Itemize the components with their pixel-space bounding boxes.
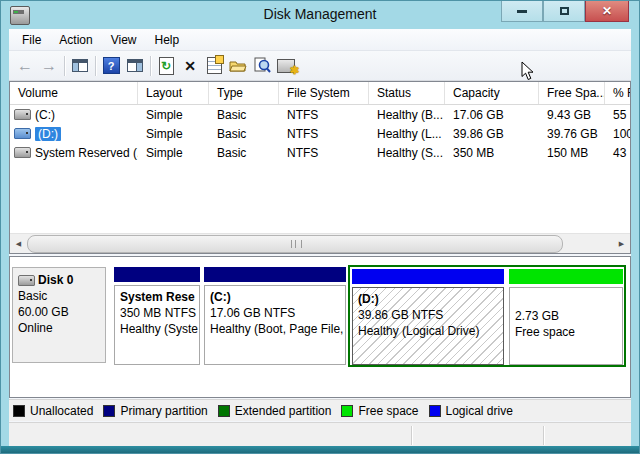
graphical-view-pane: Disk 0 Basic 60.00 GB Online System Rese…	[9, 256, 631, 398]
status-separator	[411, 426, 412, 445]
rescan-disks-icon: ✱	[277, 59, 295, 73]
partition-system-reserved[interactable]: System Rese 350 MB NTFS Healthy (Syste	[114, 267, 200, 365]
partition-size: 39.86 GB NTFS	[358, 307, 503, 323]
legend-primary-partition: Primary partition	[103, 404, 207, 418]
volume-list-pane: Volume Layout Type File System Status Ca…	[9, 81, 631, 254]
scrollbar-grip-icon	[291, 240, 302, 248]
back-button[interactable]: ←	[13, 54, 37, 78]
col-layout[interactable]: Layout	[138, 82, 209, 104]
toolbar-separator	[95, 56, 96, 76]
partition-d-selected[interactable]: (D:) 39.86 GB NTFS Healthy (Logical Driv…	[352, 269, 504, 365]
primary-partition-bar	[114, 267, 200, 282]
window-bottom-border	[1, 446, 639, 453]
caption-buttons: ✕	[501, 1, 629, 22]
volume-icon	[14, 109, 31, 120]
extended-partition-container: (D:) 39.86 GB NTFS Healthy (Logical Driv…	[348, 265, 626, 367]
action-pane-icon	[127, 59, 143, 72]
unallocated-swatch-icon	[13, 405, 25, 417]
table-row-c[interactable]: (C:) Simple Basic NTFS Healthy (B... 17.…	[10, 105, 630, 124]
logical-drive-bar	[352, 269, 504, 284]
scroll-right-button[interactable]: ▶	[613, 234, 630, 253]
close-icon: ✕	[602, 5, 612, 17]
col-free-space[interactable]: Free Spa...	[539, 82, 605, 104]
properties-icon	[207, 57, 222, 74]
forward-button[interactable]: →	[37, 54, 61, 78]
table-row-d-selected[interactable]: (D:) Simple Basic NTFS Healthy (L... 39.…	[10, 124, 630, 143]
partition-name: System Rese	[120, 289, 199, 305]
table-row-system-reserved[interactable]: System Reserved (... Simple Basic NTFS H…	[10, 143, 630, 162]
maximize-icon	[560, 7, 569, 15]
scroll-left-button[interactable]: ◀	[10, 234, 27, 253]
legend-bar: Unallocated Primary partition Extended p…	[9, 399, 631, 421]
refresh-button[interactable]: ↻	[154, 54, 178, 78]
primary-partition-swatch-icon	[103, 405, 115, 417]
menu-help[interactable]: Help	[146, 30, 189, 50]
disk-icon	[18, 275, 35, 286]
forward-icon: →	[41, 58, 57, 74]
console-tree-icon	[72, 59, 88, 72]
free-space-size: 2.73 GB	[515, 308, 622, 324]
col-capacity[interactable]: Capacity	[445, 82, 539, 104]
extended-partition-swatch-icon	[218, 405, 230, 417]
zoom-button[interactable]	[250, 54, 274, 78]
volume-icon	[14, 147, 31, 158]
delete-icon: ✕	[184, 59, 196, 73]
col-pct-free[interactable]: % Fr	[605, 82, 630, 104]
status-bar	[9, 422, 631, 448]
toolbar: ← → ? ↻ ✕	[9, 51, 631, 81]
col-volume[interactable]: Volume	[10, 82, 138, 104]
toolbar-separator	[64, 56, 65, 76]
delete-button[interactable]: ✕	[178, 54, 202, 78]
disk0-row: Disk 0 Basic 60.00 GB Online System Rese…	[10, 267, 630, 365]
selected-volume-label: (D:)	[35, 127, 61, 141]
volume-table-header: Volume Layout Type File System Status Ca…	[10, 82, 630, 105]
disk0-info-panel[interactable]: Disk 0 Basic 60.00 GB Online	[12, 267, 106, 363]
legend-free-space: Free space	[341, 404, 418, 418]
zoom-icon	[254, 57, 271, 74]
col-file-system[interactable]: File System	[279, 82, 369, 104]
partition-name: (D:)	[358, 291, 503, 307]
primary-partition-bar	[204, 267, 346, 282]
volume-icon	[14, 128, 31, 139]
horizontal-scrollbar[interactable]: ◀ ▶	[10, 233, 630, 253]
partition-status: Healthy (Syste	[120, 321, 199, 337]
maximize-button[interactable]	[543, 1, 585, 22]
partition-c[interactable]: (C:) 17.06 GB NTFS Healthy (Boot, Page F…	[204, 267, 346, 365]
partition-status: Healthy (Logical Drive)	[358, 323, 503, 339]
col-status[interactable]: Status	[369, 82, 445, 104]
menu-file[interactable]: File	[13, 30, 50, 50]
show-console-tree-button[interactable]	[68, 54, 92, 78]
logical-drive-swatch-icon	[429, 405, 441, 417]
scrollbar-thumb[interactable]	[27, 235, 563, 253]
menu-action[interactable]: Action	[50, 30, 101, 50]
back-icon: ←	[17, 58, 33, 74]
partition-free-space[interactable]: 2.73 GB Free space	[509, 269, 623, 365]
disk-name: Disk 0	[38, 272, 73, 288]
menu-bar: File Action View Help	[9, 29, 631, 51]
title-bar: Disk Management ✕	[1, 1, 639, 29]
disk-size: 60.00 GB	[18, 304, 105, 320]
minimize-icon	[517, 10, 527, 13]
partition-size: 350 MB NTFS	[120, 305, 199, 321]
help-button[interactable]: ?	[99, 54, 123, 78]
minimize-button[interactable]	[501, 1, 543, 22]
help-icon: ?	[103, 57, 120, 74]
disk-type: Basic	[18, 288, 105, 304]
legend-unallocated: Unallocated	[13, 404, 93, 418]
free-space-bar	[509, 269, 623, 284]
free-space-label: Free space	[515, 324, 622, 340]
col-type[interactable]: Type	[209, 82, 279, 104]
rescan-disks-button[interactable]: ✱	[274, 54, 298, 78]
partition-status: Healthy (Boot, Page File,	[210, 321, 345, 337]
close-button[interactable]: ✕	[585, 1, 629, 22]
toolbar-separator	[150, 56, 151, 76]
legend-extended-partition: Extended partition	[218, 404, 332, 418]
show-action-pane-button[interactable]	[123, 54, 147, 78]
open-button[interactable]	[226, 54, 250, 78]
disk-management-window: Disk Management ✕ File Action View Help …	[0, 0, 640, 454]
window-content: File Action View Help ← → ? ↻ ✕	[9, 29, 631, 447]
disk-status: Online	[18, 320, 105, 336]
properties-button[interactable]	[202, 54, 226, 78]
partition-size: 17.06 GB NTFS	[210, 305, 345, 321]
menu-view[interactable]: View	[102, 30, 146, 50]
